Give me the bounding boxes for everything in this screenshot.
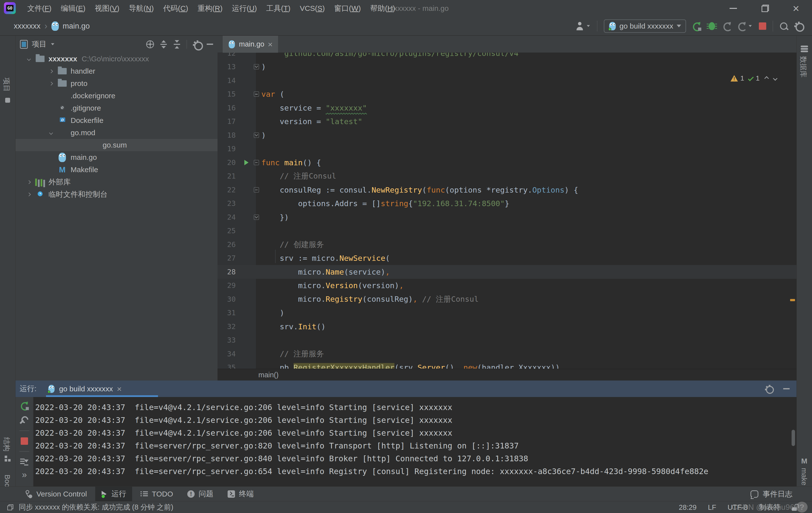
settings-button[interactable] [794, 22, 803, 30]
close-icon[interactable]: × [268, 40, 273, 49]
code-line-13[interactable]: 13) [218, 60, 796, 74]
stop-button[interactable] [21, 437, 28, 445]
tree-item-临时文件和控制台[interactable]: 临时文件和控制台 [16, 188, 218, 200]
fold-end-icon[interactable] [254, 64, 259, 70]
gutter-run-column[interactable] [241, 160, 252, 165]
code-line-14[interactable]: 14 [218, 74, 796, 87]
tree-item-proto[interactable]: proto [16, 77, 218, 90]
fold-start-icon[interactable] [254, 160, 259, 165]
fold-start-icon[interactable] [254, 187, 259, 193]
gutter-fold-column[interactable] [252, 91, 261, 97]
tree-item-外部库[interactable]: 外部库 [16, 176, 218, 188]
line-number[interactable]: 13 [218, 62, 241, 71]
menu-item-C[interactable]: 代码(C) [158, 0, 193, 17]
menu-item-T[interactable]: 工具(T) [262, 0, 295, 17]
code-line-26[interactable]: 26 // 创建服务 [218, 238, 796, 251]
code-line-24[interactable]: 24 }) [218, 210, 796, 224]
code-area[interactable]: 12 "github.com/asim/go-micro/plugins/reg… [218, 53, 796, 369]
code-line-32[interactable]: 32 srv.Init() [218, 320, 796, 333]
menu-item-E[interactable]: 编辑(E) [56, 0, 90, 17]
line-number[interactable]: 27 [218, 254, 241, 262]
code-line-21[interactable]: 21 // 注册Consul [218, 169, 796, 183]
tree-chevron[interactable] [45, 132, 57, 134]
warnings-indicator[interactable]: ! 1 [730, 74, 744, 82]
menu-item-W[interactable]: 窗口(W) [329, 0, 366, 17]
project-view-title[interactable]: 项目 [32, 39, 47, 49]
code-line-29[interactable]: 29 micro.Version(version), [218, 279, 796, 293]
line-number[interactable]: 23 [218, 199, 241, 208]
menu-item-N[interactable]: 导航(N) [124, 0, 158, 17]
bottom-tab-运行[interactable]: 运行 [95, 487, 132, 501]
tree-item-.gitignore[interactable]: .gitignore [16, 102, 218, 114]
event-log-button[interactable]: 事件日志 [751, 487, 792, 502]
expand-all-button[interactable] [160, 40, 167, 49]
minimize-button[interactable] [720, 0, 747, 17]
code-line-30[interactable]: 30 micro.Registry(consulReg), // 注册Consu… [218, 292, 796, 306]
passed-indicator[interactable]: 1 [750, 74, 760, 82]
code-lines[interactable]: 12 "github.com/asim/go-micro/plugins/reg… [218, 53, 796, 369]
line-number[interactable]: 12 [218, 53, 241, 57]
tree-item-main.go[interactable]: main.go [16, 151, 218, 164]
menu-item-V[interactable]: 视图(V) [90, 0, 124, 17]
bottom-tab-终端[interactable]: 终端 [222, 487, 260, 501]
code-line-20[interactable]: 20func main() { [218, 156, 796, 169]
fold-start-icon[interactable] [254, 91, 259, 97]
console-settings-button[interactable] [765, 385, 773, 393]
coverage-button[interactable] [738, 22, 752, 30]
lock-icon[interactable] [792, 504, 798, 511]
code-line-28[interactable]: 28 micro.Name(service), [218, 265, 796, 279]
code-line-16[interactable]: 16 service = "xxxxxxx" [218, 101, 796, 115]
tree-item-go.mod[interactable]: go.mod [16, 127, 218, 139]
tree-chevron[interactable] [23, 181, 35, 184]
locate-file-button[interactable] [146, 40, 154, 48]
tree-item-.dockerignore[interactable]: .dockerignore [16, 90, 218, 102]
menu-item-R[interactable]: 重构(R) [193, 0, 227, 17]
tree-chevron[interactable] [23, 58, 35, 60]
log-line[interactable]: 2022-03-20 20:43:37 file=server/rpc_serv… [35, 439, 789, 452]
tree-item-go.sum[interactable]: go.sum [16, 139, 218, 151]
debug-button[interactable] [709, 22, 715, 30]
code-line-15[interactable]: 15var ( [218, 87, 796, 101]
code-line-23[interactable]: 23 options.Addrs = []string{"192.168.31.… [218, 197, 796, 211]
line-number[interactable]: 30 [218, 295, 241, 303]
line-number[interactable]: 21 [218, 172, 241, 180]
code-line-17[interactable]: 17 version = "latest" [218, 115, 796, 129]
rerun-button[interactable] [21, 402, 28, 410]
code-line-18[interactable]: 18) [218, 128, 796, 142]
breadcrumb-main-function[interactable]: main() [258, 371, 279, 379]
menu-item-F[interactable]: 文件(F) [23, 0, 56, 17]
next-problem-button[interactable] [773, 76, 777, 81]
line-ending[interactable]: LF [708, 504, 716, 512]
stripe-database-tab[interactable]: 数据库 [798, 56, 808, 78]
restore-button[interactable] [752, 0, 779, 17]
close-button[interactable]: × [782, 0, 810, 17]
breadcrumb-file[interactable]: main.go [63, 22, 90, 30]
line-number[interactable]: 17 [218, 117, 241, 126]
console-output[interactable]: 2022-03-20 20:43:37 file=v4@v4.2.1/servi… [35, 397, 789, 478]
run-line-icon[interactable] [244, 160, 249, 165]
gutter-fold-column[interactable] [252, 215, 261, 220]
gutter-fold-column[interactable] [252, 64, 261, 70]
stripe-structure-tab[interactable]: 结构 [1, 437, 11, 452]
tree-chevron[interactable] [45, 70, 57, 73]
scroll-to-end-button[interactable] [20, 458, 29, 466]
tree-chevron[interactable] [45, 82, 57, 85]
search-everywhere-button[interactable] [780, 22, 788, 30]
structure-icon[interactable] [5, 456, 11, 462]
line-number[interactable]: 34 [218, 350, 241, 358]
line-number[interactable]: 14 [218, 76, 241, 85]
line-number[interactable]: 26 [218, 240, 241, 249]
line-number[interactable]: 35 [218, 363, 241, 369]
chevron-down-icon[interactable] [51, 43, 54, 45]
database-icon[interactable] [801, 46, 808, 53]
tree-item-Dockerfile[interactable]: DDockerfile [16, 114, 218, 127]
menu-item-U[interactable]: 运行(U) [227, 0, 262, 17]
more-actions-button[interactable]: » [22, 473, 27, 477]
log-line[interactable]: 2022-03-20 20:43:37 file=server/rpc_serv… [35, 452, 789, 465]
collapse-all-button[interactable] [173, 40, 181, 49]
tree-chevron[interactable] [23, 193, 35, 196]
hide-panel-button[interactable] [207, 44, 213, 45]
gutter-fold-column[interactable] [252, 133, 261, 138]
log-line[interactable]: 2022-03-20 20:43:37 file=server/rpc_serv… [35, 465, 789, 478]
editor-tab-main-go[interactable]: main.go × [223, 36, 278, 53]
